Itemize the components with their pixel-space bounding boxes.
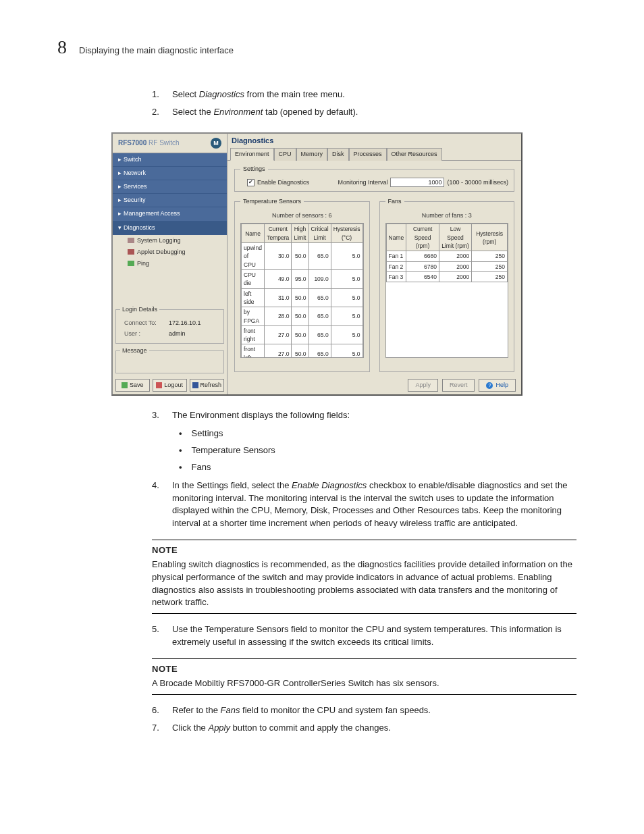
sidebar-buttons: Save Logout Refresh (113, 376, 227, 394)
col-current[interactable]: Current Speed (rpm) (406, 224, 439, 251)
cell: 6780 (406, 261, 439, 271)
monitoring-interval-input[interactable]: 1000 (390, 178, 444, 187)
cell: Fan 2 (386, 261, 406, 271)
bullet-fans: •Fans (179, 461, 576, 474)
cell: front right (242, 325, 265, 344)
page-number: 8 (57, 34, 67, 61)
bug-icon (128, 249, 134, 255)
cell: 30.0 (265, 243, 292, 270)
cell: 250 (472, 251, 508, 261)
col-hysteresis[interactable]: Hysteresis (°C) (331, 224, 363, 243)
legend: Message (120, 346, 149, 355)
tree-item-switch[interactable]: ▸Switch (113, 153, 227, 167)
cell: 95.0 (292, 269, 308, 288)
apply-button[interactable]: Apply (408, 379, 438, 392)
text: button to commit and apply the changes. (230, 723, 391, 733)
tree-item-diagnostics[interactable]: ▾Diagnostics (113, 221, 227, 235)
label: Switch (124, 156, 142, 163)
table-row[interactable]: front right27.050.065.05.0 (242, 325, 363, 344)
tab-environment[interactable]: Environment (230, 148, 274, 161)
tree-item-services[interactable]: ▸Services (113, 180, 227, 194)
logout-button[interactable]: Logout (153, 379, 187, 392)
col-name[interactable]: Name (242, 224, 265, 243)
legend: Fans (385, 197, 404, 206)
table-row[interactable]: Fan 365402000250 (386, 271, 508, 282)
help-icon: ? (486, 382, 493, 389)
col-hysteresis[interactable]: Hysteresis (rpm) (472, 224, 508, 251)
tree-item-security[interactable]: ▸Security (113, 194, 227, 207)
sidebar: RFS7000 RF Switch M ▸Switch ▸Network ▸Se… (113, 134, 227, 394)
help-button[interactable]: ?Help (479, 379, 516, 392)
emphasis: Diagnostics (199, 89, 244, 99)
tab-memory[interactable]: Memory (296, 148, 328, 161)
connect-value: 172.16.10.1 (169, 319, 201, 328)
label: Diagnostics (124, 224, 155, 231)
sensor-count: Number of sensors : 6 (240, 211, 364, 220)
step-6: 6. Refer to the Fans field to monitor th… (152, 704, 576, 717)
cell: 250 (472, 261, 508, 271)
cell: 5.0 (331, 344, 363, 358)
cell: 65.0 (308, 344, 331, 358)
temp-sensors-fieldset: Temperature Sensors Number of sensors : … (234, 197, 370, 372)
cell: 50.0 (292, 243, 308, 270)
tab-processes[interactable]: Processes (349, 148, 387, 161)
connect-label: Connect To: (124, 319, 165, 328)
tree-sub-ping[interactable]: Ping (113, 258, 227, 269)
cell: 5.0 (331, 307, 363, 326)
tab-other[interactable]: Other Resources (387, 148, 442, 161)
refresh-button[interactable]: Refresh (190, 379, 225, 392)
label: Security (124, 197, 146, 203)
cell: 28.0 (265, 307, 292, 326)
page-title: Displaying the main diagnostic interface (79, 45, 234, 57)
text: Settings (192, 427, 223, 440)
tree-item-mgmt[interactable]: ▸Management Access (113, 207, 227, 221)
revert-button[interactable]: Revert (442, 379, 475, 392)
label: Services (124, 183, 147, 190)
save-button[interactable]: Save (115, 379, 150, 392)
tree-sub-syslog[interactable]: System Logging (113, 235, 227, 246)
col-current[interactable]: Current Tempera (265, 224, 292, 243)
emphasis: Environment (213, 107, 263, 117)
user-value: admin (169, 330, 186, 338)
note-1: NOTE Enabling switch diagnostics is reco… (152, 540, 576, 614)
step-num: 6. (152, 704, 164, 717)
fans-fieldset: Fans Number of fans : 3 Name Current Spe… (379, 197, 515, 372)
table-row[interactable]: upwind of CPU30.050.065.05.0 (242, 243, 363, 270)
legend: Temperature Sensors (240, 197, 304, 206)
table-row[interactable]: left side31.050.065.05.0 (242, 288, 363, 307)
logout-icon (156, 382, 162, 388)
cell: 6540 (406, 271, 439, 282)
cell: 27.0 (265, 325, 292, 344)
tree-item-network[interactable]: ▸Network (113, 167, 227, 180)
text: Select the (172, 107, 213, 117)
label: Refresh (200, 381, 222, 390)
table-row[interactable]: by FPGA28.050.065.05.0 (242, 307, 363, 326)
emphasis: Apply (208, 723, 230, 733)
bullet-settings: •Settings (179, 427, 576, 440)
col-low[interactable]: Low Speed Limit (rpm) (439, 224, 472, 251)
brand-light: RF Switch (146, 139, 179, 147)
col-high[interactable]: High Limit (292, 224, 308, 243)
tab-disk[interactable]: Disk (327, 148, 349, 161)
table-row[interactable]: CPU die49.095.0109.05.0 (242, 269, 363, 288)
fans-table: Name Current Speed (rpm) Low Speed Limit… (386, 224, 508, 282)
col-critical[interactable]: Critical Limit (308, 224, 331, 243)
cell: 2000 (439, 271, 472, 282)
cell: 109.0 (308, 269, 331, 288)
col-name[interactable]: Name (386, 224, 406, 251)
text: field to monitor the CPU and system fan … (240, 705, 431, 715)
table-row[interactable]: front left27.050.065.05.0 (242, 344, 363, 358)
enable-diagnostics-checkbox[interactable]: ✔ Enable Diagnostics (247, 178, 309, 187)
table-row[interactable]: Fan 166602000250 (386, 251, 508, 261)
tab-cpu[interactable]: CPU (274, 148, 296, 161)
tree-sub-applet[interactable]: Applet Debugging (113, 246, 227, 258)
step-num: 1. (152, 88, 164, 101)
table-row[interactable]: Fan 267802000250 (386, 261, 508, 271)
text: Refer to the (172, 705, 221, 715)
step-text: The Environment displays the following f… (172, 409, 350, 422)
cell: 5.0 (331, 288, 363, 307)
message-box: Message (115, 346, 224, 373)
text: tab (opened by default). (263, 107, 358, 117)
label: Ping (137, 260, 149, 267)
cell: 5.0 (331, 325, 363, 344)
